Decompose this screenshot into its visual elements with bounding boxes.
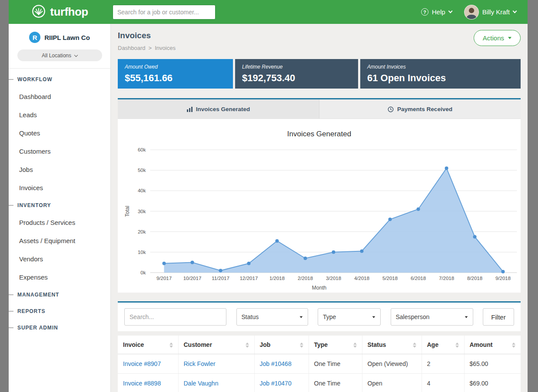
sidebar-item-dashboard[interactable]: Dashboard <box>9 88 110 106</box>
svg-text:6/2018: 6/2018 <box>411 276 426 281</box>
cell-text: $65.00 <box>470 360 488 367</box>
column-header-customer[interactable]: Customer <box>178 336 254 354</box>
help-label: Help <box>432 8 445 16</box>
breadcrumb-dashboard[interactable]: Dashboard <box>118 45 146 51</box>
sidebar-item-assets-equipment[interactable]: Assets / Equipment <box>9 232 110 250</box>
column-label: Age <box>427 341 438 348</box>
page-head: Invoices Dashboard>Invoices Actions <box>118 30 521 51</box>
svg-text:Month: Month <box>312 285 326 291</box>
cell-age: 2 <box>422 354 464 374</box>
stat-value: $192,753.40 <box>242 72 351 84</box>
user-avatar <box>464 5 479 20</box>
svg-text:Invoices Generated: Invoices Generated <box>287 130 351 138</box>
column-label: Job <box>260 341 271 348</box>
column-header-status[interactable]: Status <box>362 336 422 354</box>
status-filter-select[interactable]: Status <box>236 308 308 326</box>
top-header: turfhop ? Help Billy Kraft <box>9 0 528 24</box>
cell-link[interactable]: Job #10470 <box>260 380 292 387</box>
sort-icon[interactable] <box>246 343 249 348</box>
column-label: Status <box>368 341 386 348</box>
cell-link[interactable]: Dale Vaughn <box>184 380 219 387</box>
sort-icon[interactable] <box>455 343 459 348</box>
svg-text:60k: 60k <box>138 147 146 152</box>
select-value: Salesperson <box>396 313 430 320</box>
svg-text:Total: Total <box>124 206 130 217</box>
cell-link[interactable]: Invoice #8907 <box>123 360 161 367</box>
column-header-job[interactable]: Job <box>254 336 309 354</box>
column-header-type[interactable]: Type <box>309 336 362 354</box>
app: turfhop ? Help Billy Kraft <box>9 0 528 392</box>
salesperson-filter-select[interactable]: Salesperson <box>391 308 473 326</box>
tab-invoices-generated[interactable]: Invoices Generated <box>118 99 319 119</box>
svg-text:20k: 20k <box>138 229 146 234</box>
sidebar-item-customers[interactable]: Customers <box>9 142 110 161</box>
stat-card-amount-owed: Amount Owed$55,161.66 <box>118 59 233 89</box>
filter-button[interactable]: Filter <box>483 308 514 326</box>
column-header-amount[interactable]: Amount <box>464 336 521 354</box>
section-dash-icon <box>9 327 13 328</box>
location-selector[interactable]: All Locations <box>17 49 102 61</box>
column-header-invoice[interactable]: Invoice <box>118 336 178 354</box>
sidebar-item-leads[interactable]: Leads <box>9 106 110 124</box>
cell-type: One Time <box>309 354 362 374</box>
sidebar-item-invoices[interactable]: Invoices <box>9 179 110 197</box>
breadcrumb-invoices: Invoices <box>155 45 176 51</box>
section-dash-icon <box>9 205 13 206</box>
sidebar-item-products-services[interactable]: Products / Services <box>9 214 110 232</box>
table-search-input[interactable] <box>124 308 226 326</box>
sort-icon[interactable] <box>413 343 416 348</box>
help-icon: ? <box>421 8 428 16</box>
actions-button[interactable]: Actions <box>474 30 521 46</box>
cell-amount: $69.00 <box>464 374 521 392</box>
brand-logo[interactable]: turfhop <box>9 4 111 20</box>
breadcrumb: Dashboard>Invoices <box>118 45 176 51</box>
column-label: Amount <box>470 341 493 348</box>
cell-link[interactable]: Invoice #8898 <box>123 380 161 387</box>
section-dash-icon <box>9 311 13 312</box>
nav-section-reports: REPORTS <box>9 303 110 320</box>
sort-icon[interactable] <box>300 343 303 348</box>
section-dash-icon <box>9 79 13 80</box>
tab-payments-received[interactable]: Payments Received <box>319 99 521 119</box>
global-search-input[interactable] <box>113 5 216 20</box>
sidebar-item-jobs[interactable]: Jobs <box>9 161 110 179</box>
sidebar-item-expenses[interactable]: Expenses <box>9 268 110 287</box>
nav-section-management: MANAGEMENT <box>9 287 110 303</box>
cell-link[interactable]: Rick Fowler <box>184 360 216 367</box>
svg-text:12/2017: 12/2017 <box>240 276 258 281</box>
user-menu[interactable]: Billy Kraft <box>464 5 516 20</box>
svg-text:3/2018: 3/2018 <box>326 276 341 281</box>
chart: Invoices Generated0k10k20k30k40k50k60k9/… <box>118 119 521 293</box>
stat-card-amount-invoices: Amount Invoices61 Open Invoices <box>360 59 521 89</box>
select-value: Type <box>323 313 336 320</box>
cell-text: 4 <box>427 380 431 387</box>
sort-icon[interactable] <box>353 343 357 348</box>
turfhop-logo-icon <box>31 4 46 20</box>
invoices-table-grid: InvoiceCustomerJobTypeStatusAgeAmountInv… <box>118 336 521 392</box>
cell-age: 4 <box>422 374 464 392</box>
type-filter-select[interactable]: Type <box>318 308 381 326</box>
svg-text:2/2018: 2/2018 <box>298 276 313 281</box>
help-menu[interactable]: ? Help <box>421 8 452 16</box>
svg-text:9/2018: 9/2018 <box>495 276 511 281</box>
column-label: Type <box>314 341 328 348</box>
cell-text: 2 <box>427 360 431 367</box>
sidebar-item-vendors[interactable]: Vendors <box>9 250 110 268</box>
section-dash-icon <box>9 294 13 295</box>
column-header-age[interactable]: Age <box>422 336 464 354</box>
cell-link[interactable]: Job #10468 <box>260 360 292 367</box>
sort-icon[interactable] <box>169 343 173 348</box>
sidebar: R RIIPL Lawn Co All Locations WORKFLOWDa… <box>9 24 111 392</box>
cell-customer: Dale Vaughn <box>178 374 254 392</box>
cell-invoice: Invoice #8898 <box>118 374 178 392</box>
cell-customer: Rick Fowler <box>178 354 254 374</box>
svg-text:11/2017: 11/2017 <box>212 276 229 281</box>
table-row: Invoice #8907Rick FowlerJob #10468One Ti… <box>118 354 521 374</box>
table-header-row: InvoiceCustomerJobTypeStatusAgeAmount <box>118 336 521 354</box>
sidebar-item-quotes[interactable]: Quotes <box>9 124 110 142</box>
tab-label: Invoices Generated <box>196 106 250 112</box>
company-name: RIIPL Lawn Co <box>44 34 90 41</box>
caret-down-icon <box>299 316 302 318</box>
svg-text:10k: 10k <box>138 250 146 255</box>
sort-icon[interactable] <box>512 343 515 348</box>
